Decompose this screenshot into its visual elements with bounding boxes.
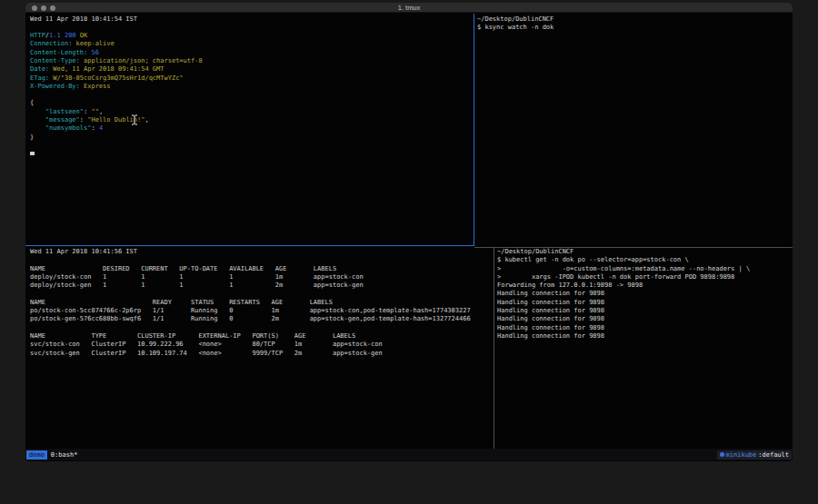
terminal-line: HTTP/1.1 200 OK <box>30 32 473 40</box>
mouse-cursor-icon <box>131 114 138 128</box>
terminal-line: Date: Wed, 11 Apr 2018 09:41:54 GMT <box>30 65 473 74</box>
terminal-line: { <box>30 99 473 107</box>
helm-icon <box>720 452 724 457</box>
terminal-line: NAME TYPE CLUSTER-IP EXTERNAL-IP PORT(S)… <box>30 332 493 341</box>
terminal-line: svc/stock-con ClusterIP 10.99.222.96 <no… <box>30 341 493 349</box>
terminal-line: Handling connection for 9898 <box>497 307 793 315</box>
terminal-line: Handling connection for 9898 <box>497 299 793 307</box>
pane-divider-vertical-inactive[interactable] <box>494 248 494 449</box>
pane-divider-horizontal-inactive[interactable] <box>474 247 793 248</box>
terminal-line: deploy/stock-gen 1 1 1 1 2m app=stock-ge… <box>30 282 493 290</box>
terminal-line: Wed 11 Apr 2018 10:41:56 IST <box>30 248 493 256</box>
terminal-line: "numsymbols": 4 <box>30 124 473 133</box>
window-title: 1. tmux <box>25 4 793 12</box>
terminal-line: Connection: keep-alive <box>30 40 473 48</box>
terminal-window[interactable]: 1. tmux Wed 11 Apr 2018 10:41:54 IST HTT… <box>25 3 793 461</box>
terminal-line: "lastseen": "", <box>30 108 473 116</box>
terminal-line: NAME DESIRED CURRENT UP-TO-DATE AVAILABL… <box>30 265 493 273</box>
pane-divider-vertical-active[interactable] <box>474 14 475 246</box>
terminal-line: Content-Length: 56 <box>30 49 473 57</box>
terminal-line <box>30 24 473 32</box>
terminal-line: NAME READY STATUS RESTARTS AGE LABELS <box>30 299 493 307</box>
terminal-line <box>30 290 493 298</box>
terminal-line: Handling connection for 9898 <box>497 315 793 323</box>
terminal-line: Handling connection for 9898 <box>497 324 793 332</box>
session-name-badge[interactable]: demo <box>26 450 47 460</box>
terminal-line: Content-Type: application/json; charset=… <box>30 57 473 65</box>
pane-bottom-right-port-forward[interactable]: ~/Desktop/DublinCNCF$ kubectl get -n dok… <box>495 247 793 449</box>
terminal-line: Wed 11 Apr 2018 10:41:54 IST <box>30 15 473 24</box>
tmux-terminal: Wed 11 Apr 2018 10:41:54 IST HTTP/1.1 20… <box>25 14 793 449</box>
terminal-line: ~/Desktop/DublinCNCF <box>477 15 793 24</box>
pane-bottom-left-kubectl-get[interactable]: Wed 11 Apr 2018 10:41:56 IST NAME DESIRE… <box>25 247 493 449</box>
kube-status: minikube :default <box>717 450 792 460</box>
terminal-line <box>30 256 493 264</box>
terminal-line: ~/Desktop/DublinCNCF <box>497 248 793 256</box>
desktop: 1. tmux Wed 11 Apr 2018 10:41:54 IST HTT… <box>0 0 818 504</box>
terminal-line: X-Powered-By: Express <box>30 83 473 91</box>
terminal-line: > -o=custom-columns=:metadata.name --no-… <box>497 265 793 273</box>
terminal-line: Handling connection for 9898 <box>497 290 793 298</box>
terminal-line: Forwarding from 127.0.0.1:9898 -> 9898 <box>497 282 793 290</box>
terminal-line: deploy/stock-con 1 1 1 1 1m app=stock-co… <box>30 273 493 282</box>
terminal-line: po/stock-gen-576cc688bb-swqf6 1/1 Runnin… <box>30 315 493 323</box>
terminal-line: svc/stock-gen ClusterIP 10.109.197.74 <n… <box>30 350 493 358</box>
tmux-status-bar: demo 0:bash* minikube :default <box>25 449 793 460</box>
terminal-line: "message": "Hello Dublin!", <box>30 116 473 124</box>
terminal-line: ETag: W/"38-05coCsrg3mQ75sHr1d/qcMTwYZc" <box>30 74 473 83</box>
terminal-line <box>30 142 473 150</box>
terminal-line: $ kubectl get -n dok po --selector=app=s… <box>497 256 793 264</box>
terminal-line: $ ksync watch -n dok <box>477 24 793 32</box>
window-list-item[interactable]: 0:bash* <box>51 451 78 459</box>
kube-namespace: :default <box>758 451 789 459</box>
pane-top-left-http-response[interactable]: Wed 11 Apr 2018 10:41:54 IST HTTP/1.1 20… <box>25 14 473 244</box>
pane-divider-horizontal-active[interactable] <box>25 245 474 247</box>
terminal-line: po/stock-con-5cc874766c-2p6rp 1/1 Runnin… <box>30 307 493 315</box>
shell-cursor <box>30 152 35 155</box>
window-titlebar[interactable]: 1. tmux <box>25 3 793 13</box>
terminal-line <box>30 324 493 332</box>
pane-top-right-ksync[interactable]: ~/Desktop/DublinCNCF$ ksync watch -n dok <box>476 14 793 244</box>
kube-context: minikube <box>726 451 757 459</box>
terminal-line: > xargs -IPOD kubectl -n dok port-forwar… <box>497 273 793 282</box>
terminal-line <box>30 91 473 99</box>
terminal-line: Handling connection for 9898 <box>497 332 793 341</box>
terminal-line: } <box>30 133 473 142</box>
